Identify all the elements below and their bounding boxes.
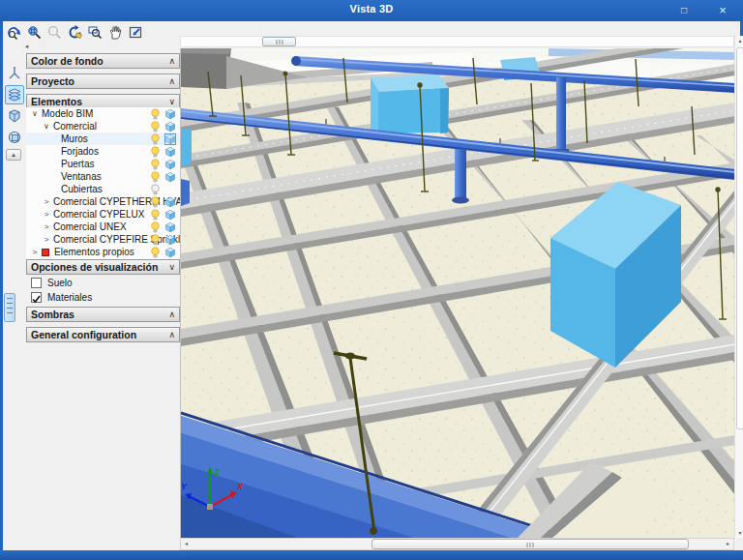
bulb-icon xyxy=(150,121,161,133)
axes-3d-button[interactable] xyxy=(5,64,24,83)
option-suelo[interactable]: Suelo xyxy=(26,276,180,290)
checkbox-checked-icon[interactable] xyxy=(31,292,42,303)
bulb-icon xyxy=(150,108,161,120)
panel-header-sombras[interactable]: Sombras∧ xyxy=(26,307,180,322)
scroll-down-button[interactable]: ▾ xyxy=(735,528,743,538)
scroll-left-button[interactable]: ◂ xyxy=(181,539,192,549)
more-tools-button[interactable]: ▴ xyxy=(6,149,21,161)
viewport-top-scrollbar-thumb[interactable] xyxy=(262,37,296,46)
zoom-previous-icon xyxy=(6,24,22,41)
option-label: Materiales xyxy=(47,292,92,303)
tree-item-puertas[interactable]: Puertas xyxy=(26,158,180,170)
title-bar[interactable]: Vista 3D □ × xyxy=(0,0,743,21)
bulb-icon xyxy=(150,146,161,158)
bulb-icon xyxy=(150,234,161,246)
viewport-horizontal-scrollbar[interactable]: ◂ ▸ xyxy=(180,538,734,550)
maximize-button[interactable]: □ xyxy=(671,2,697,19)
sidebar: Color de fondo∧ Proyecto∧ Elementos∨ ∨Mo… xyxy=(26,21,180,550)
tree-item-comercial[interactable]: ∨Comercial xyxy=(26,120,180,133)
cube-icon[interactable] xyxy=(164,146,176,158)
bulb-icon xyxy=(150,209,161,221)
cube-icon[interactable] xyxy=(164,247,176,258)
expand-arrow-icon[interactable]: > xyxy=(42,208,51,221)
chevron-icon: ∧ xyxy=(168,308,175,321)
sidebar-splitter-handle[interactable] xyxy=(4,293,15,322)
vista-3d-window: Vista 3D □ × ▴ ◂ Color de fondo∧ Proyect… xyxy=(0,0,743,560)
tree-item-label: Comercial xyxy=(53,120,97,133)
cube-icon[interactable] xyxy=(164,234,176,246)
tree-item-comercial-cypefire-sprinklers[interactable]: >Comercial CYPEFIRE Sprinklers xyxy=(26,233,180,246)
expand-arrow-icon[interactable]: > xyxy=(42,233,51,246)
axis-z-label: Z xyxy=(213,467,220,477)
tree-item-comercial-cypetherm-hvac[interactable]: >Comercial CYPETHERM HVAC xyxy=(26,195,180,208)
bulb-icon xyxy=(150,159,161,170)
solid-view-button[interactable] xyxy=(5,106,24,126)
solid-view-icon xyxy=(6,107,23,125)
cube-icon[interactable] xyxy=(164,209,176,221)
expand-arrow-icon[interactable]: > xyxy=(42,221,51,233)
panel-header-proyecto[interactable]: Proyecto∧ xyxy=(26,74,180,89)
cube-icon[interactable] xyxy=(164,159,176,170)
cube-icon[interactable] xyxy=(164,171,176,183)
tree-item-elementos-propios[interactable]: >Elementos propios xyxy=(26,246,180,258)
axis-y-label: Y xyxy=(181,482,188,491)
section-view-button[interactable] xyxy=(5,128,24,147)
bulb-icon xyxy=(150,184,161,195)
bulb-icon xyxy=(150,221,161,233)
section-view-icon xyxy=(6,129,23,146)
cube-icon[interactable] xyxy=(164,108,176,120)
tree-item-muros[interactable]: Muros xyxy=(26,133,180,145)
tree-item-cubiertas[interactable]: Cubiertas xyxy=(26,183,180,195)
vertical-scrollbar-thumb[interactable] xyxy=(736,47,743,429)
side-toolbar: ▴ xyxy=(3,41,25,544)
cube-icon[interactable] xyxy=(164,196,176,208)
chevron-icon: ∧ xyxy=(168,54,175,68)
checkbox-unchecked-icon[interactable] xyxy=(31,278,42,288)
layer-visibility-icon xyxy=(6,86,23,103)
tree-item-comercial-cypelux[interactable]: >Comercial CYPELUX xyxy=(26,208,180,221)
tree-item-forjados[interactable]: Forjados xyxy=(26,145,180,158)
tree-item-label: Comercial UNEX xyxy=(53,221,127,233)
zoom-previous-button[interactable] xyxy=(5,23,23,42)
viewport-top-scrollbar[interactable] xyxy=(180,36,734,47)
cube-transparent-icon[interactable] xyxy=(164,133,176,145)
tree-item-modelo-bim[interactable]: ∨Modelo BIM xyxy=(26,107,180,120)
axis-x-label: X xyxy=(236,482,244,491)
cube-icon[interactable] xyxy=(164,121,176,133)
scroll-right-button[interactable]: ▸ xyxy=(723,539,733,549)
layer-visibility-button[interactable] xyxy=(5,85,24,104)
expand-arrow-icon[interactable]: > xyxy=(42,195,51,208)
tree-item-label: Elementos propios xyxy=(54,246,134,258)
chevron-icon: ∧ xyxy=(168,328,175,341)
tree-item-comercial-unex[interactable]: >Comercial UNEX xyxy=(26,221,180,233)
panel-header-general-configuration[interactable]: General configuration∧ xyxy=(26,327,180,342)
window-bottom-border xyxy=(0,550,743,560)
bulb-icon xyxy=(150,171,161,183)
viewport-3d-canvas[interactable]: Z X Y xyxy=(180,48,734,538)
chevron-icon: ∨ xyxy=(168,260,175,274)
tree-item-label: Puertas xyxy=(61,158,94,170)
tree-item-label: Muros xyxy=(61,133,88,145)
close-button[interactable]: × xyxy=(710,2,735,19)
chevron-icon: ∨ xyxy=(168,95,175,108)
client-area: ▴ ◂ Color de fondo∧ Proyecto∧ Elementos∨… xyxy=(3,21,740,550)
tree-item-ventanas[interactable]: Ventanas xyxy=(26,170,180,183)
cube-icon[interactable] xyxy=(164,221,176,233)
hvac-box-top-center xyxy=(371,74,449,133)
tree-item-label: Ventanas xyxy=(61,170,102,183)
viewport-vertical-scrollbar[interactable]: ▴ ▾ xyxy=(734,36,743,538)
scroll-up-button[interactable]: ▴ xyxy=(735,36,743,45)
panel-header-opciones-de-visualizacion[interactable]: Opciones de visualización∨ xyxy=(26,259,180,275)
collapse-arrow-icon[interactable]: ∨ xyxy=(42,120,51,133)
expand-arrow-icon[interactable]: > xyxy=(30,246,40,258)
bulb-icon xyxy=(150,247,161,258)
horizontal-scrollbar-thumb[interactable] xyxy=(372,539,689,549)
window-title: Vista 3D xyxy=(0,3,743,15)
axes-3d-icon xyxy=(6,65,23,82)
option-materiales[interactable]: Materiales xyxy=(26,290,180,305)
collapse-arrow-icon[interactable]: ∨ xyxy=(30,107,40,120)
scene-3d: Z X Y xyxy=(181,48,735,538)
red-square-icon xyxy=(42,249,49,256)
panel-header-color-de-fondo[interactable]: Color de fondo∧ xyxy=(26,53,180,69)
bulb-icon xyxy=(150,196,161,208)
